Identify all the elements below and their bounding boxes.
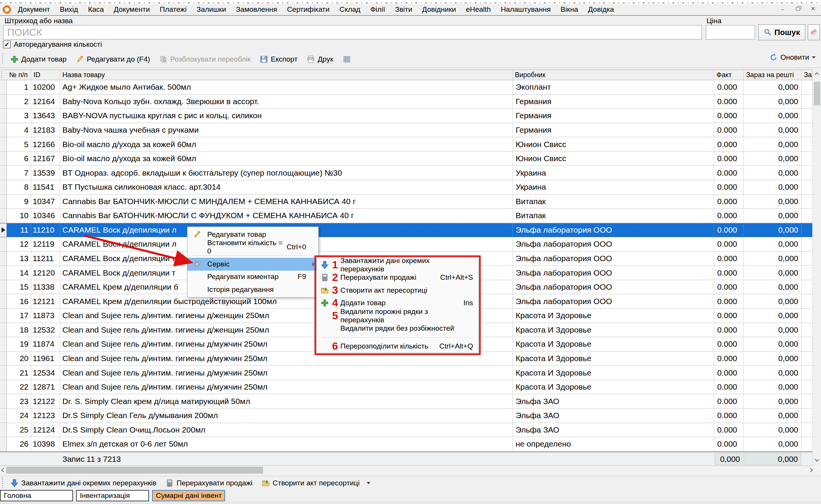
column-header-За[interactable]: За	[802, 70, 812, 80]
column-header-Зараз на решті[interactable]: Зараз на решті	[744, 70, 802, 80]
scroll-down-icon[interactable]	[815, 457, 819, 461]
table-row[interactable]: 1212119CARAMEL Воск д/депиляции лЭльфа л…	[0, 237, 812, 252]
checkbox-checked-icon[interactable]: ✓	[3, 41, 11, 48]
menubar-item-6[interactable]: Залишки	[192, 5, 231, 14]
bottom-toolbar-button-3[interactable]: Створити акт пересортиці	[257, 477, 364, 489]
print-icon	[306, 55, 315, 63]
row-rest-cell: 0,000	[744, 280, 802, 294]
menubar-item-4[interactable]: Документи	[109, 5, 155, 14]
scroll-up-icon[interactable]	[815, 72, 819, 76]
close-button-icon[interactable]: ✕	[808, 5, 818, 12]
chevron-down-icon[interactable]	[812, 56, 816, 59]
search-input[interactable]	[3, 25, 702, 40]
vertical-scrollbar-thumb[interactable]	[814, 82, 820, 105]
submenu-item-6[interactable]: Видалити рядки без розбіжностей	[317, 322, 478, 335]
submenu-item-2[interactable]: 2Перерахувати продажіCtrl+Alt+S	[317, 271, 478, 284]
menubar-item-10[interactable]: Філії	[365, 5, 390, 14]
table-row[interactable]: 1111210CARAMEL Воск д/депиляции лЭльфа л…	[0, 223, 812, 238]
context-menu-item-5[interactable]: Редагувати коментарF9	[187, 271, 318, 284]
vertical-scrollbar[interactable]	[812, 70, 821, 466]
context-menu-item-4[interactable]: Сервіс	[187, 258, 318, 271]
context-menu-item-2[interactable]: Встановити кількість = 0Ctrl+0	[187, 241, 318, 254]
row-number-cell: 15	[7, 280, 31, 294]
table-row[interactable]: 2312122Dr. S. Simply Clean крем д/лица м…	[0, 394, 812, 409]
toolbar-button-6[interactable]	[338, 54, 356, 65]
menubar-item-7[interactable]: Замовлення	[231, 5, 282, 14]
tab-2[interactable]: Інвентаризація	[76, 490, 149, 501]
row-number-cell: 14	[7, 266, 31, 280]
toolbar-button-2[interactable]: Редагувати до (F4)	[71, 54, 154, 65]
table-row[interactable]: 110200Ag+ Жидкое мыло Антибак. 500млЭкоп…	[0, 80, 812, 95]
context-menu-item-6[interactable]: Історія редагування	[187, 283, 318, 296]
menubar-item-9[interactable]: Склад	[335, 5, 365, 14]
toolbar-grip[interactable]	[1, 54, 4, 65]
bottom-toolbar-button-2[interactable]: Перерахувати продажі	[161, 477, 257, 489]
submenu-item-3[interactable]: 3Створити акт пересортиці	[317, 284, 478, 297]
table-row[interactable]: 811541BT Пустышка силиконовая класс. арт…	[0, 180, 812, 195]
scroll-left-icon[interactable]	[1, 468, 5, 472]
column-header-ID[interactable]: ID	[31, 70, 60, 80]
search-button[interactable]: Пошук	[758, 24, 805, 40]
menubar-item-12[interactable]: Довідники	[417, 5, 461, 14]
restore-button-icon[interactable]	[793, 5, 803, 12]
auto-edit-quantity-option[interactable]: ✓ Авторедагування кількості	[3, 40, 102, 49]
clear-search-button[interactable]	[808, 24, 820, 40]
menubar-item-8[interactable]: Сертифікати	[282, 5, 335, 14]
toolbar-button-3[interactable]: Розблокувати переоблік	[155, 54, 255, 65]
menubar-item-11[interactable]: Звіти	[390, 5, 417, 14]
row-indicator-cell	[0, 152, 7, 166]
row-rest-cell: 0,000	[744, 366, 802, 380]
menubar-item-5[interactable]: Платежі	[155, 5, 192, 14]
row-maker-cell: Эльфа лаборатория ООО	[513, 252, 714, 266]
menubar-item-14[interactable]: Налаштування	[496, 5, 556, 14]
toolbar-button-4[interactable]: Експорт	[255, 54, 302, 65]
menubar-item-1[interactable]: Документ	[13, 5, 55, 14]
tab-3[interactable]: Сумарні дані інвент ...	[152, 490, 225, 501]
row-maker-cell: Эльфа ЗАО	[513, 423, 714, 437]
toolbar-button-1[interactable]: Додати товар	[6, 54, 71, 65]
submenu-item-8[interactable]: 6Перерозподілити кількістьCtrl+Alt+Q	[317, 340, 478, 353]
column-header-Назва товару[interactable]: Назва товару	[60, 70, 513, 80]
menubar-item-15[interactable]: Вікна	[556, 5, 583, 14]
chevron-down-icon[interactable]	[367, 482, 370, 484]
column-header-№ п/п[interactable]: № п/п	[7, 70, 31, 80]
bottom-toolbar-grip[interactable]	[1, 477, 4, 489]
menubar-item-16[interactable]: Довідка	[583, 5, 619, 14]
table-row[interactable]: 2512124Dr.S Simply Clean Очищ.Лосьон 200…	[0, 423, 812, 437]
table-row[interactable]: 2610398Elmex з/п детская от 0-6 лет 50мл…	[0, 437, 812, 452]
submenu-item-1[interactable]: 1Завантажити дані окремих перерахунків	[317, 258, 478, 271]
scroll-right-icon[interactable]	[808, 468, 813, 472]
menubar-item-13[interactable]: eHealth	[461, 5, 496, 14]
price-input[interactable]	[706, 25, 755, 40]
column-header-Виробник[interactable]: Виробник	[513, 70, 714, 80]
refresh-button[interactable]: Оновити	[769, 53, 816, 62]
context-menu-item-label: Редагувати коментар	[207, 273, 298, 281]
menubar-item-2[interactable]: Вихід	[55, 5, 83, 14]
table-row[interactable]: 313643BABY-NOVA пустышка круглая с рис и…	[0, 109, 812, 123]
horizontal-scrollbar[interactable]	[0, 466, 821, 474]
row-rest-cell: 0,000	[744, 80, 802, 94]
table-row[interactable]: 1010346Cannabis Bar БАТОНЧИК-МЮСЛИ С ФУН…	[0, 209, 812, 223]
bottom-toolbar-button-1[interactable]: Завантажити дані окремих перерахунків	[6, 477, 161, 489]
table-row[interactable]: 2112534Clean and Sujee гель д/интим. гиг…	[0, 366, 812, 380]
table-row[interactable]: 910347Cannabis Bar БАТОНЧИК-МЮСЛИ С МИНД…	[0, 195, 812, 209]
table-row[interactable]: 713539BT Однораз. адсорб. вкладыши к бюс…	[0, 166, 812, 180]
minimize-button-icon[interactable]: –	[778, 5, 788, 12]
table-row[interactable]: 212164Baby-Nova Кольцо зубн. охлажд. Зве…	[0, 95, 812, 109]
menubar-item-3[interactable]: Каса	[83, 5, 109, 14]
row-id-cell: 12120	[31, 266, 60, 280]
table-row[interactable]: 412183Baby-Nova чашка учебная с ручкамиГ…	[0, 123, 812, 138]
table-row[interactable]: 612167Bio-oil масло д/ухода за кожей 60м…	[0, 152, 812, 166]
table-row[interactable]: 512166Bio-oil масло д/ухода за кожей 60м…	[0, 137, 812, 152]
horizontal-scrollbar-thumb[interactable]	[6, 467, 263, 474]
submenu-item-5[interactable]: 5Видалити порожні рядки з перерахунків	[317, 309, 478, 322]
toolbar-button-5[interactable]: Друк	[302, 54, 338, 65]
row-za-cell	[802, 294, 812, 308]
tab-1[interactable]: Головна	[0, 490, 73, 501]
table-row[interactable]: 2412123Dr.S Simply Clean Гель д/умывания…	[0, 409, 812, 423]
column-header-Факт[interactable]: Факт	[714, 70, 744, 80]
row-number-cell: 19	[7, 337, 31, 351]
row-name-cell: Dr. S. Simply Clean крем д/лица матирующ…	[60, 394, 513, 408]
row-fact-cell: 0.000	[714, 80, 744, 94]
table-row[interactable]: 2212871Clean and Sujee гель д/интим. гиг…	[0, 380, 812, 395]
